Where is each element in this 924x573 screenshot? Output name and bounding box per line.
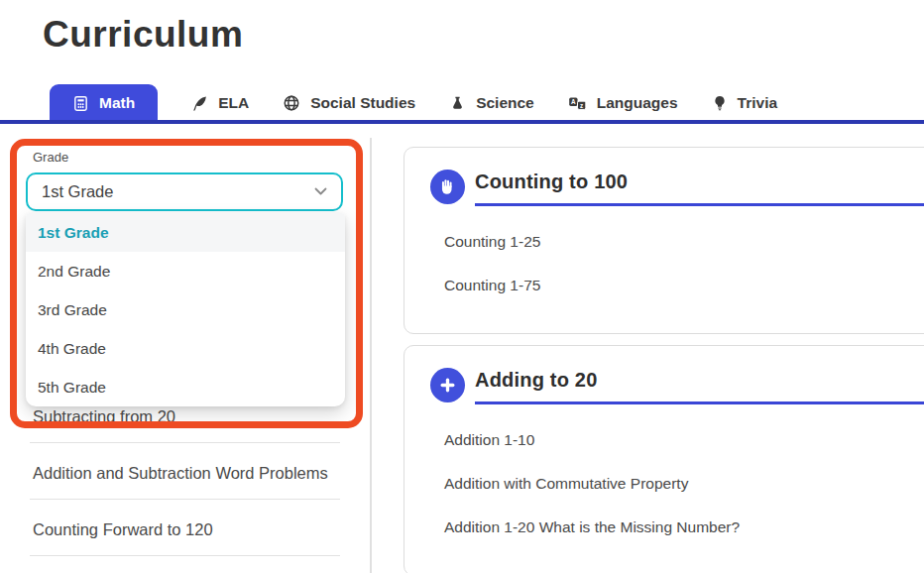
unit-card-counting-to-100: Counting to 100 Counting 1-25Counting 1-…	[404, 147, 924, 334]
calculator-icon	[72, 95, 89, 112]
subject-tabs: Math ELA Social Studies Science Az Langu…	[50, 84, 777, 122]
unit-card-title-underline	[475, 401, 924, 405]
unit-card-title-underline	[475, 203, 924, 207]
tabs-underline	[0, 120, 924, 124]
grade-option-1st-grade[interactable]: 1st Grade	[26, 213, 345, 252]
svg-text:A: A	[571, 98, 576, 105]
translate-icon: Az	[568, 94, 587, 113]
sidebar-item-subtracting-from-20[interactable]: Subtracting from 20	[30, 404, 340, 443]
sidebar-item-counting-forward-to-120[interactable]: Counting Forward to 120	[30, 500, 340, 556]
grade-option-5th-grade[interactable]: 5th Grade	[26, 368, 345, 406]
grade-option-4th-grade[interactable]: 4th Grade	[26, 329, 345, 368]
tab-label: Social Studies	[310, 94, 415, 112]
tab-label: Languages	[597, 94, 678, 112]
tab-trivia[interactable]: Trivia	[712, 84, 778, 122]
feather-icon	[191, 95, 208, 112]
grade-select-value: 1st Grade	[42, 182, 113, 201]
lesson-addition-1-20-what-is-the-missing-number[interactable]: Addition 1-20 What is the Missing Number…	[444, 506, 924, 549]
lesson-list: Addition 1-10Addition with Commutative P…	[404, 402, 924, 573]
hand-counting-icon	[430, 170, 465, 204]
page-title: Curriculum	[43, 14, 243, 56]
tab-math[interactable]: Math	[50, 84, 158, 122]
unit-card-header: Counting to 100	[404, 148, 924, 204]
tab-science[interactable]: Science	[449, 84, 534, 122]
lesson-list: Counting 1-25Counting 1-75	[404, 204, 924, 333]
lesson-addition-with-commutative-property[interactable]: Addition with Commutative Property	[444, 462, 924, 506]
plus-icon	[430, 368, 465, 402]
unit-card-title: Adding to 20	[475, 369, 598, 392]
unit-card-adding-to-20: Adding to 20 Addition 1-10Addition with …	[404, 345, 924, 573]
lesson-addition-1-10[interactable]: Addition 1-10	[444, 418, 924, 462]
tab-social-studies[interactable]: Social Studies	[283, 84, 415, 122]
tab-label: Trivia	[738, 94, 778, 112]
unit-card-title: Counting to 100	[475, 171, 628, 193]
lightbulb-icon	[712, 95, 728, 111]
tab-label: Science	[476, 94, 534, 112]
grade-dropdown-menu: 1st Grade2nd Grade3rd Grade4th Grade5th …	[26, 213, 345, 406]
tab-label: ELA	[218, 94, 249, 112]
grade-option-3rd-grade[interactable]: 3rd Grade	[26, 290, 345, 329]
flask-icon	[449, 95, 466, 112]
grade-select[interactable]: 1st Grade	[26, 172, 343, 211]
sidebar-main-divider	[370, 138, 372, 573]
globe-icon	[283, 94, 300, 112]
grade-option-2nd-grade[interactable]: 2nd Grade	[26, 252, 345, 290]
sidebar-topic-list: Subtracting from 20Addition and Subtract…	[30, 404, 340, 556]
tab-label: Math	[99, 94, 135, 112]
tab-ela[interactable]: ELA	[191, 84, 249, 122]
sidebar-item-addition-and-subtraction-word-problems[interactable]: Addition and Subtraction Word Problems	[30, 443, 340, 500]
lesson-counting-1-25[interactable]: Counting 1-25	[444, 220, 924, 264]
chevron-down-icon	[314, 187, 327, 196]
svg-text:z: z	[580, 101, 583, 108]
grade-select-label: Grade	[33, 150, 68, 165]
lesson-counting-1-75[interactable]: Counting 1-75	[444, 264, 924, 307]
tab-languages[interactable]: Az Languages	[568, 84, 678, 122]
unit-card-header: Adding to 20	[404, 346, 924, 402]
